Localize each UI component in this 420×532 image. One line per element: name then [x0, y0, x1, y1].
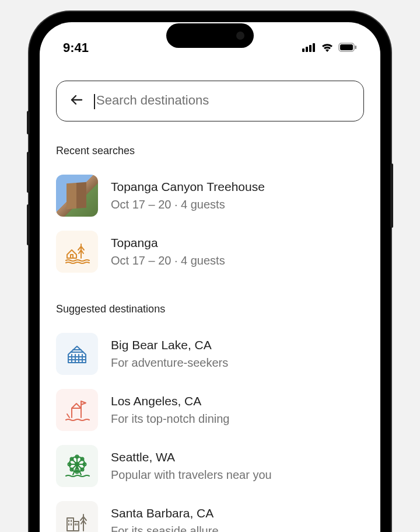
- svg-rect-34: [74, 521, 79, 531]
- battery-icon: [338, 40, 357, 55]
- back-arrow-icon[interactable]: [69, 93, 83, 109]
- item-subtitle: Oct 17 – 20 · 4 guests: [111, 197, 364, 213]
- item-subtitle: For its top-notch dining: [111, 411, 364, 427]
- destination-icon: [56, 231, 98, 273]
- search-input[interactable]: Search destinations: [94, 93, 209, 109]
- svg-rect-33: [67, 518, 74, 531]
- phone-notch: [166, 23, 254, 48]
- item-title: Big Bear Lake, CA: [111, 337, 364, 353]
- city-tree-icon: [56, 501, 98, 532]
- screen-content: Search destinations Recent searches Topa…: [40, 63, 380, 532]
- item-title: Los Angeles, CA: [111, 393, 364, 409]
- svg-rect-8: [71, 255, 73, 258]
- item-subtitle: For its seaside allure: [111, 523, 364, 532]
- cabin-icon: [56, 333, 98, 375]
- svg-rect-3: [313, 43, 315, 52]
- svg-rect-1: [306, 47, 308, 52]
- wifi-icon: [321, 40, 334, 55]
- suggested-destinations-header: Suggested destinations: [56, 303, 364, 315]
- recent-search-item[interactable]: Topanga Canyon Treehouse Oct 17 – 20 · 4…: [56, 168, 364, 224]
- phone-screen: 9:41 Search destinations: [40, 22, 380, 532]
- item-subtitle: Popular with travelers near you: [111, 467, 364, 483]
- svg-rect-0: [302, 48, 304, 52]
- suggested-destination-item[interactable]: Los Angeles, CA For its top-notch dining: [56, 382, 364, 438]
- svg-rect-5: [340, 44, 353, 50]
- listing-photo-thumb: [56, 175, 98, 217]
- svg-rect-2: [309, 45, 312, 52]
- item-title: Santa Barbara, CA: [111, 505, 364, 521]
- suggested-destination-item[interactable]: Santa Barbara, CA For its seaside allure: [56, 494, 364, 532]
- item-subtitle: For adventure-seekers: [111, 355, 364, 371]
- phone-frame: 9:41 Search destinations: [29, 12, 391, 532]
- search-box[interactable]: Search destinations: [56, 81, 364, 121]
- suggested-destination-item[interactable]: Big Bear Lake, CA For adventure-seekers: [56, 326, 364, 382]
- item-subtitle: Oct 17 – 20 · 4 guests: [111, 253, 364, 269]
- ferris-wheel-icon: [56, 445, 98, 487]
- search-placeholder-text: Search destinations: [96, 93, 209, 107]
- item-title: Seattle, WA: [111, 449, 364, 465]
- recent-search-item[interactable]: Topanga Oct 17 – 20 · 4 guests: [56, 224, 364, 280]
- svg-rect-6: [355, 46, 357, 49]
- item-title: Topanga Canyon Treehouse: [111, 179, 364, 195]
- suggested-destination-item[interactable]: Seattle, WA Popular with travelers near …: [56, 438, 364, 494]
- status-time: 9:41: [63, 40, 89, 55]
- cellular-icon: [302, 40, 316, 55]
- lifeguard-icon: [56, 389, 98, 431]
- recent-searches-header: Recent searches: [56, 145, 364, 157]
- item-title: Topanga: [111, 235, 364, 251]
- status-icons: [302, 40, 357, 55]
- svg-line-17: [67, 414, 69, 418]
